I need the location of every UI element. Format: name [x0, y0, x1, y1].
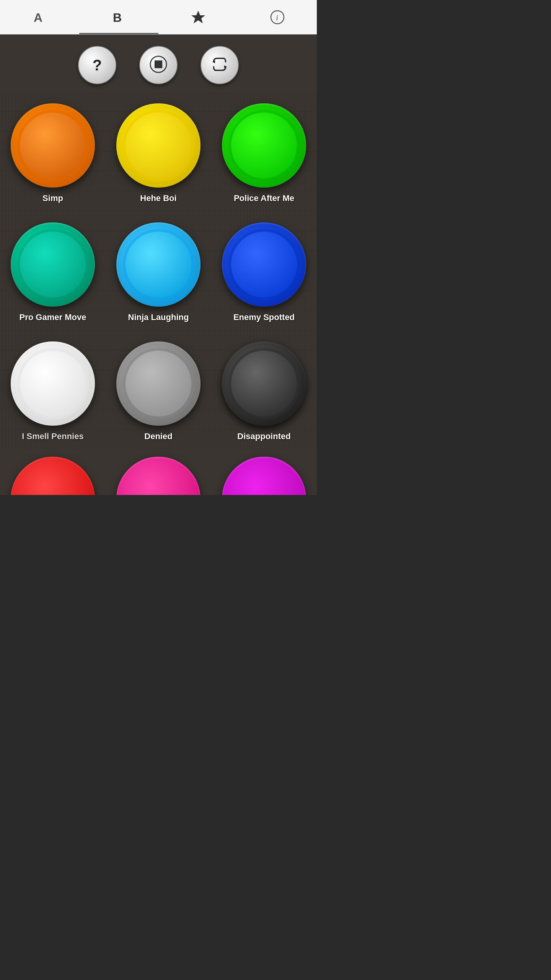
button-cell-pro-gamer-move[interactable]: Pro Gamer Move — [0, 211, 106, 330]
partial-red-button[interactable] — [11, 457, 95, 495]
button-cell-denied[interactable]: Denied — [106, 330, 211, 449]
ninja-laughing-button[interactable] — [116, 222, 201, 307]
tab-favorites[interactable] — [187, 6, 210, 29]
loop-icon — [211, 56, 228, 75]
disappointed-label: Disappointed — [237, 431, 290, 441]
help-button[interactable]: ? — [78, 46, 116, 84]
help-icon: ? — [93, 57, 102, 74]
pro-gamer-move-button[interactable] — [11, 222, 95, 307]
nav-bar: A B i — [0, 0, 317, 34]
simp-label: Simp — [42, 193, 63, 203]
partial-magenta-button[interactable] — [222, 457, 306, 495]
hehe-boi-label: Hehe Boi — [140, 193, 176, 203]
svg-rect-6 — [155, 60, 162, 68]
police-after-me-button[interactable] — [222, 103, 306, 188]
svg-marker-2 — [191, 11, 205, 23]
button-cell-disappointed[interactable]: Disappointed — [211, 330, 317, 449]
pro-gamer-move-button-inner — [20, 232, 86, 297]
disappointed-button-inner — [231, 351, 297, 416]
button-cell-i-smell-pennies[interactable]: I Smell Pennies — [0, 330, 106, 449]
pro-gamer-move-label: Pro Gamer Move — [20, 312, 86, 322]
ninja-laughing-label: Ninja Laughing — [128, 312, 189, 322]
stop-button[interactable] — [139, 46, 178, 84]
hehe-boi-button-inner — [126, 113, 191, 178]
enemy-spotted-label: Enemy Spotted — [233, 312, 295, 322]
partial-pink-button[interactable] — [116, 457, 201, 495]
enemy-spotted-button[interactable] — [222, 222, 306, 307]
hehe-boi-button[interactable] — [116, 103, 201, 188]
simp-button[interactable] — [11, 103, 95, 188]
button-cell-simp[interactable]: Simp — [0, 92, 106, 211]
button-cell-enemy-spotted[interactable]: Enemy Spotted — [211, 211, 317, 330]
tab-a[interactable]: A — [28, 6, 51, 29]
svg-text:i: i — [276, 13, 278, 22]
police-after-me-label: Police After Me — [234, 193, 294, 203]
ninja-laughing-button-inner — [126, 232, 191, 297]
disappointed-button[interactable] — [222, 341, 306, 426]
buttons-grid: Simp Hehe Boi Police After Me Pro Gamer … — [0, 92, 317, 449]
controls-row: ? — [0, 34, 317, 92]
enemy-spotted-button-inner — [231, 232, 297, 297]
denied-button[interactable] — [116, 341, 201, 426]
partial-cell-2[interactable] — [106, 449, 211, 495]
denied-label: Denied — [144, 431, 172, 441]
i-smell-pennies-button[interactable] — [11, 341, 95, 426]
button-cell-ninja-laughing[interactable]: Ninja Laughing — [106, 211, 211, 330]
i-smell-pennies-button-inner — [20, 351, 86, 416]
denied-button-inner — [126, 351, 191, 416]
svg-text:A: A — [34, 11, 42, 24]
partial-cell-1[interactable] — [0, 449, 106, 495]
button-cell-hehe-boi[interactable]: Hehe Boi — [106, 92, 211, 211]
partial-buttons-row — [0, 449, 317, 495]
svg-text:B: B — [113, 11, 121, 24]
tab-info[interactable]: i — [266, 6, 289, 29]
simp-button-inner — [20, 113, 86, 178]
partial-cell-3[interactable] — [211, 449, 317, 495]
stop-icon — [150, 56, 167, 75]
button-cell-police-after-me[interactable]: Police After Me — [211, 92, 317, 211]
i-smell-pennies-label: I Smell Pennies — [22, 431, 83, 441]
loop-button[interactable] — [201, 46, 239, 84]
tab-b[interactable]: B — [108, 6, 130, 29]
police-after-me-button-inner — [231, 113, 297, 178]
